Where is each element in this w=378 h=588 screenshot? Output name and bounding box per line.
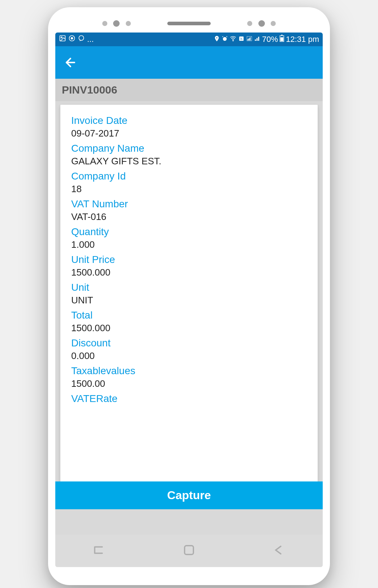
svg-point-1 (61, 37, 62, 38)
home-button[interactable] (181, 542, 197, 559)
svg-rect-12 (250, 38, 251, 40)
field-value: UNIT (71, 295, 307, 306)
status-bar-clock: 12:31 pm (286, 35, 319, 44)
svg-point-5 (223, 37, 227, 41)
field-label: Discount (71, 337, 307, 349)
svg-point-3 (71, 38, 73, 39)
field-label: Unit (71, 282, 307, 293)
field-label: Invoice Date (71, 115, 307, 126)
svg-point-4 (79, 36, 83, 40)
field-value: VAT-016 (71, 211, 307, 222)
svg-rect-10 (248, 39, 249, 40)
field-value: 1500.00 (71, 378, 307, 389)
screen: ... h (55, 33, 323, 567)
content-area[interactable]: Invoice Date 09-07-2017 Company Name GAL… (55, 101, 323, 481)
recents-button[interactable] (92, 542, 107, 559)
bottom-spacer (55, 509, 323, 535)
sync-icon (68, 35, 76, 44)
field-label: Quantity (71, 226, 307, 238)
field-value: 0.000 (71, 350, 307, 362)
battery-text: 70% (262, 35, 278, 44)
app-bar (55, 46, 323, 79)
svg-rect-16 (185, 546, 194, 555)
invoice-card: Invoice Date 09-07-2017 Company Name GAL… (60, 105, 318, 481)
signal-1-icon (246, 35, 253, 44)
svg-rect-11 (249, 38, 250, 40)
svg-text:h: h (241, 37, 242, 41)
field-value: GALAXY GIFTS EST. (71, 156, 307, 167)
field-label: Unit Price (71, 254, 307, 265)
svg-rect-15 (280, 37, 283, 41)
notifications-ellipsis: ... (87, 35, 94, 44)
field-value: 09-07-2017 (71, 128, 307, 139)
field-label: Company Name (71, 143, 307, 154)
phone-top-sensors (55, 14, 323, 33)
back-nav-button[interactable] (271, 542, 286, 559)
location-icon (214, 35, 220, 44)
field-value: 18 (71, 183, 307, 195)
signal-2-icon (254, 35, 261, 44)
field-value: 1500.000 (71, 323, 307, 334)
phone-frame: ... h (48, 7, 330, 585)
svg-point-6 (233, 40, 233, 41)
status-bar-left: ... (59, 35, 94, 44)
status-bar: ... h (55, 33, 323, 46)
navigation-bar (55, 535, 323, 567)
whatsapp-icon (78, 35, 85, 44)
alarm-icon (222, 35, 228, 44)
field-value: 1500.000 (71, 267, 307, 278)
field-label: Taxablevalues (71, 365, 307, 377)
field-value: 1.000 (71, 239, 307, 250)
svg-rect-14 (281, 35, 283, 36)
page-title: PINV10006 (55, 79, 323, 101)
back-button[interactable] (63, 55, 78, 70)
field-label: VATERate (71, 393, 307, 405)
wifi-icon (229, 35, 237, 44)
app-indicator-icon: h (238, 35, 245, 44)
capture-button[interactable]: Capture (55, 481, 323, 509)
battery-icon (279, 35, 284, 44)
field-label: Company Id (71, 170, 307, 182)
gallery-icon (59, 35, 66, 44)
status-bar-right: h 70% 12:31 pm (214, 35, 319, 44)
field-label: VAT Number (71, 198, 307, 210)
field-label: Total (71, 310, 307, 321)
